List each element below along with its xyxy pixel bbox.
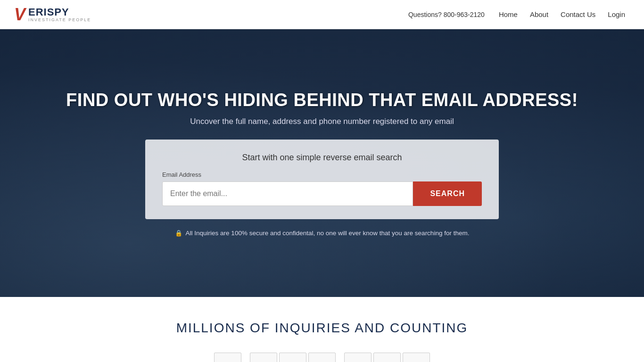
email-label: Email Address	[162, 171, 482, 178]
nav-contact[interactable]: Contact Us	[556, 8, 600, 21]
counter-digit: 1	[373, 353, 401, 362]
nav-login[interactable]: Login	[603, 8, 630, 21]
nav-home[interactable]: Home	[494, 8, 522, 21]
logo-v: V	[14, 6, 25, 23]
counter-digit: 5	[403, 353, 430, 362]
email-input[interactable]	[162, 181, 413, 206]
counter-digit: 3	[344, 353, 372, 362]
stats-section: MILLIONS OF INQUIRIES AND COUNTING 9,714…	[0, 297, 644, 362]
search-row: SEARCH	[162, 181, 482, 206]
header: V ERISPY INVESTIGATE PEOPLE Questions? 8…	[0, 0, 644, 29]
counter-digit: 1	[279, 353, 306, 362]
lock-icon: 🔒	[175, 230, 182, 237]
nav-about[interactable]: About	[525, 8, 553, 21]
security-text: All Inquiries are 100% secure and confid…	[186, 230, 470, 237]
hero-title: FIND OUT WHO'S HIDING BEHIND THAT EMAIL …	[66, 90, 578, 110]
logo-erispy: ERISPY	[28, 7, 91, 17]
counter-digit: 7	[250, 353, 277, 362]
logo-tagline: INVESTIGATE PEOPLE	[28, 17, 91, 22]
logo[interactable]: V ERISPY INVESTIGATE PEOPLE	[14, 6, 91, 23]
search-card-title: Start with one simple reverse email sear…	[162, 153, 482, 163]
security-notice: 🔒 All Inquiries are 100% secure and conf…	[175, 230, 470, 237]
hero-section: FIND OUT WHO'S HIDING BEHIND THAT EMAIL …	[0, 29, 644, 297]
counter-comma: ,	[337, 356, 343, 362]
hero-content: FIND OUT WHO'S HIDING BEHIND THAT EMAIL …	[0, 90, 644, 219]
stats-title: MILLIONS OF INQUIRIES AND COUNTING	[176, 321, 468, 336]
search-button[interactable]: SEARCH	[413, 181, 482, 206]
main-nav: Questions? 800-963-2120 Home About Conta…	[408, 8, 630, 21]
counter-row: 9,714,315	[213, 353, 430, 362]
nav-phone: Questions? 800-963-2120	[408, 11, 485, 18]
search-card: Start with one simple reverse email sear…	[145, 140, 499, 219]
counter-comma: ,	[243, 356, 248, 362]
hero-subtitle: Uncover the full name, address and phone…	[190, 117, 454, 126]
logo-text-block: ERISPY INVESTIGATE PEOPLE	[28, 7, 91, 22]
counter-digit: 9	[214, 353, 241, 362]
counter-digit: 4	[308, 353, 336, 362]
